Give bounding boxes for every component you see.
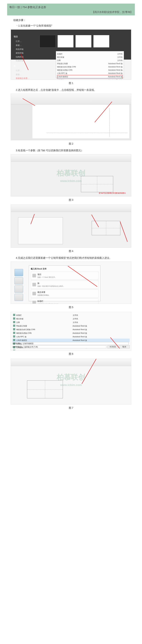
fig1-dialog-row: 公制 RPC 族Autodesk Revit 族 [57,72,123,75]
fig5-dialog-title: 载入到 Revit 文件 [31,267,99,270]
fig1-panel-item: 建筑样板 [14,51,37,55]
fig6-open-button: 打开(O) [108,345,118,348]
fig7-drawing-box [27,380,63,398]
mass-icon [32,292,36,295]
fig5-dialog-item: 标题栏打开用于创建标题栏族的样板。 [31,298,99,304]
file-icon [13,339,15,341]
article-content: 创建步骤： ・1.首先新建一个"公制常规模型" 项目 打开… 新建… 构造样板 … [0,18,142,410]
figure-7-caption: 图 7 [11,406,131,410]
folder-icon [13,318,15,320]
fig2-toolbar [11,94,131,104]
figure-4 [11,204,131,248]
fig4-toolbar [11,205,131,212]
fig2-canvas [32,104,129,138]
figure-1: 项目 打开… 新建… 构造样板 建筑样板 结构样板 机械样板 族 打开… 新建…… [11,30,131,80]
fig6-list-row: 注释文件夹 [12,321,130,324]
fig6-list-row: 钢筋接头标记模板-CHNAutodesk Revit 族 [12,328,130,332]
fig1-dialog-row-highlighted: 公制常规模型Autodesk Revit 族 [57,75,123,78]
figure-1-caption: 图 1 [11,81,131,85]
article-subtitle: 【四川水利职业技术学院，文/李坤】 [9,10,133,14]
fig1-dialog-row: 钢筋接头标记模板-CHNAutodesk Revit 族 [57,65,123,68]
fig5-dialog-item: 族创建一组在项目中使用的自定义构件。 [31,280,99,289]
figure-3-caption: 图 3 [11,198,131,202]
family-icon [32,283,36,286]
fig1-dialog-row: 注释文件夹 [57,59,123,62]
fig2-ref-line [109,108,110,136]
file-icon [13,350,15,350]
fig3-red-note: 按Tab可以切换我们所需要选择的图元 [99,192,126,194]
folder-icon [13,321,15,323]
figure-6-caption: 图 6 [11,352,131,356]
fig5-new-dialog: 载入到 Revit 文件 项目创建一个 Revit 项目文件。 族创建一组在项目… [29,266,101,301]
fig1-panel-item: 打开… [14,69,37,73]
fig5-dialog-item: 项目创建一个 Revit 项目文件。 [31,272,99,280]
fig6-cancel-button: 取消 [119,345,130,348]
fig6-list-row: 概念体量文件夹 [12,317,130,321]
figure-7: 柏慕联创 www.lcbim.com [11,359,131,404]
fig3-ref-line [81,184,113,184]
fig1-panel-item: 新建… [14,73,37,76]
fig4-properties-panel [18,217,63,244]
fig6-filename-input: 公制常规模型 [22,342,129,345]
fig5-menu-button [14,269,23,276]
fig6-list-row: 公制窗 - 幕墙Autodesk Revit 族 [12,349,130,350]
fig1-panel-item: 机械样板 [14,59,37,63]
titleblock-icon [32,301,36,304]
figure-4-caption: 图 4 [11,249,131,253]
fig5-app-menu [14,269,25,302]
fig1-thumb [75,35,92,48]
step-1-text: ・1.首先新建一个"公制常规模型" [11,24,131,28]
fig1-panel-item: 结构样板 [14,55,37,59]
fig1-family-title: 族 [14,64,37,68]
fig6-list-row: 标题栏文件夹 [12,314,130,317]
file-icon [13,332,15,334]
steps-heading: 创建步骤： [11,18,131,22]
fig1-dialog-row: 带贴面公制窗Autodesk Revit 族 [57,62,123,65]
figure-2-caption: 图 2 [11,142,131,146]
fig1-thumb [93,35,109,48]
article-title: 每日一技 | 754 参数化正多边形 [9,5,133,9]
fig1-preview-thumbs [40,35,109,48]
fig1-dialog-row: 标题栏文件夹 [57,52,123,56]
article-header: 每日一技 | 754 参数化正多边形 【四川水利职业技术学院，文/李坤】 [7,4,135,16]
fig5-dialog-item: 概念体量创建概念体量族。 [31,290,99,298]
fig1-dialog-row: 公制场地Autodesk Revit 族 [57,78,123,80]
figure-5: 载入到 Revit 文件 项目创建一个 Revit 项目文件。 族创建一组在项目… [11,262,131,304]
fig1-thumb [57,35,74,48]
figure-6: 标题栏文件夹 概念体量文件夹 注释文件夹 带贴面公制窗Autodesk Revi… [11,312,131,350]
fig3-toolbar [11,154,131,162]
step-3-text: 3.给直线一个参数（按 Tab 可以切换我们所需要选择的图元） [11,148,131,152]
fig1-thumb [40,35,56,48]
step-4-text: 4.完成之后我们还需要新建一个'公制常规模型"然后把我们刚才所绘制的直线载入进去… [11,256,131,260]
fig6-filetype-label: 文件类型(T): [12,346,22,348]
fig1-panel-item: 构造样板 [14,47,37,51]
fig6-list-row: 钢筋接头模板-CHNAutodesk Revit 族 [12,332,130,335]
folder-icon [13,314,15,316]
red-arrow-annotation [120,222,128,242]
fig1-dialog-row: 概念体量文件夹 [57,56,123,59]
file-icon [13,335,15,338]
fig1-panel-item: 新建… [14,44,37,47]
fig6-list-row: 带贴面公制窗Autodesk Revit 族 [12,324,130,328]
file-icon [13,324,15,327]
fig6-filetype-input: 族样板文件 (*.rft) [23,346,106,348]
fig1-dialog-row: 钢筋接头模板-CHNAutodesk Revit 族 [57,68,123,72]
file-icon [13,328,15,330]
project-icon [32,274,36,278]
fig1-side-panel: 项目 打开… 新建… 构造样板 建筑样板 结构样板 机械样板 族 打开… 新建…… [14,35,37,80]
fig6-dialog-footer: 文件名(N): 公制常规模型 文件类型(T): 族样板文件 (*.rft) 打开… [12,342,130,349]
fig7-toolbar [11,359,131,366]
figure-2 [11,94,131,140]
fig5-menu-button [14,277,23,284]
fig5-menu-button [14,294,23,301]
fig1-project-title: 项目 [14,35,37,38]
fig3-drawing-box [81,176,113,192]
step-2-text: 2.进入绘图界面之后，点击'创建'选项卡，点击模型线，并绘制一条直线。 [11,88,131,92]
figure-5-caption: 图 5 [11,305,131,309]
fig2-ref-line [47,133,128,133]
fig6-filename-label: 文件名(N): [12,342,21,345]
figure-3: 柏慕联创 www.lcbim.com 按Tab可以切换我们所需要选择的图元 [11,154,131,196]
fig6-list-row: 公制 RPC 族Autodesk Revit 族 [12,335,130,338]
fig1-file-dialog: 标题栏文件夹 概念体量文件夹 注释文件夹 带贴面公制窗Autodesk Revi… [56,51,124,78]
fig4-ref-line [92,228,120,228]
